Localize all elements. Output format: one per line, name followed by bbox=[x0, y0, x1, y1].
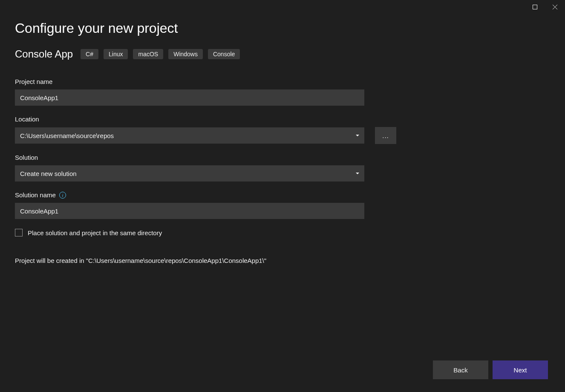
solution-name-group: Solution name i bbox=[15, 191, 550, 219]
chevron-down-icon bbox=[356, 173, 359, 174]
tag-linux: Linux bbox=[104, 49, 128, 59]
solution-name-label: Solution name i bbox=[15, 191, 550, 199]
template-row: Console App C# Linux macOS Windows Conso… bbox=[15, 48, 550, 60]
solution-value: Create new solution bbox=[20, 170, 77, 177]
same-directory-checkbox[interactable] bbox=[15, 229, 23, 236]
content-area: Configure your new project Console App C… bbox=[0, 0, 565, 392]
project-name-label: Project name bbox=[15, 78, 550, 85]
location-group: Location C:\Users\username\source\repos … bbox=[15, 115, 550, 144]
project-name-input[interactable] bbox=[15, 89, 364, 106]
location-dropdown[interactable]: C:\Users\username\source\repos bbox=[15, 127, 364, 144]
tags-container: C# Linux macOS Windows Console bbox=[81, 49, 240, 59]
footer: Back Next bbox=[433, 360, 548, 379]
same-directory-row: Place solution and project in the same d… bbox=[15, 229, 550, 236]
solution-name-input[interactable] bbox=[15, 203, 364, 219]
location-label: Location bbox=[15, 115, 550, 123]
solution-label: Solution bbox=[15, 154, 550, 161]
tag-csharp: C# bbox=[81, 49, 98, 59]
page-title: Configure your new project bbox=[15, 20, 550, 36]
next-button[interactable]: Next bbox=[493, 360, 548, 379]
back-button[interactable]: Back bbox=[433, 360, 488, 379]
tag-macos: macOS bbox=[133, 49, 163, 59]
tag-console: Console bbox=[208, 49, 240, 59]
browse-button[interactable]: ... bbox=[375, 127, 396, 144]
project-name-group: Project name bbox=[15, 78, 550, 106]
solution-dropdown[interactable]: Create new solution bbox=[15, 165, 364, 182]
chevron-down-icon bbox=[356, 135, 359, 136]
location-value: C:\Users\username\source\repos bbox=[20, 132, 114, 139]
info-icon[interactable]: i bbox=[59, 192, 66, 199]
same-directory-label: Place solution and project in the same d… bbox=[28, 229, 162, 236]
template-name: Console App bbox=[15, 48, 73, 60]
summary-text: Project will be created in "C:\Users\use… bbox=[15, 257, 550, 264]
solution-group: Solution Create new solution bbox=[15, 154, 550, 182]
tag-windows: Windows bbox=[168, 49, 203, 59]
location-row: C:\Users\username\source\repos ... bbox=[15, 127, 550, 144]
